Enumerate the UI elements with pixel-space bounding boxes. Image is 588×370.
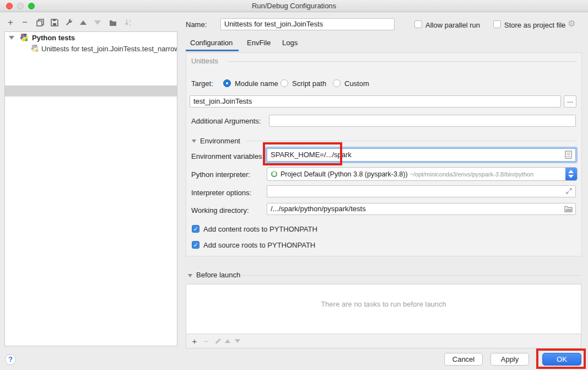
svg-text:z: z xyxy=(129,23,131,26)
before-launch-empty-text: There are no tasks to run before launch xyxy=(186,300,581,308)
target-custom-radio[interactable] xyxy=(333,79,341,87)
target-script-path-radio[interactable] xyxy=(280,79,288,87)
name-input[interactable]: Unittests for test_join.JoinTests xyxy=(220,18,395,30)
browse-folder-icon[interactable] xyxy=(564,206,573,212)
name-label: Name: xyxy=(186,20,207,29)
target-module-name-label[interactable]: Module name xyxy=(235,79,278,88)
active-tab-underline xyxy=(186,50,239,51)
remove-configuration-icon[interactable]: − xyxy=(19,17,31,29)
expand-arrow-icon[interactable] xyxy=(9,36,14,40)
allow-parallel-run-label[interactable]: Allow parallel run xyxy=(425,21,480,29)
run-debug-configurations-dialog: Run/Debug Configurations + − az xyxy=(0,0,588,370)
add-content-roots-label[interactable]: Add content roots to PYTHONPATH xyxy=(203,225,317,233)
annotation-box-ok xyxy=(536,348,586,369)
unittests-group-title: Unittests xyxy=(191,57,218,65)
before-launch-toolbar: + − xyxy=(186,334,581,348)
add-source-roots-label[interactable]: Add source roots to PYTHONPATH xyxy=(203,241,315,249)
environment-collapse-icon[interactable] xyxy=(192,140,196,143)
environment-variables-label: Environment variables: xyxy=(191,152,264,160)
window-title: Run/Debug Configurations xyxy=(0,2,588,10)
working-directory-input[interactable]: /.../spark/python/pyspark/tests xyxy=(267,203,576,215)
move-task-up-icon xyxy=(223,336,233,346)
move-down-icon xyxy=(91,17,104,29)
new-folder-icon[interactable] xyxy=(107,17,119,29)
working-directory-label: Working directory: xyxy=(191,206,249,215)
remove-task-icon: − xyxy=(201,336,211,346)
section-divider xyxy=(241,275,581,276)
browse-target-button[interactable]: ... xyxy=(564,95,576,108)
svg-text:a: a xyxy=(129,19,131,23)
target-label: Target: xyxy=(191,79,213,88)
save-configuration-icon[interactable] xyxy=(48,17,61,29)
edit-task-pencil-icon xyxy=(213,336,223,346)
tree-item-templates[interactable]: Templates xyxy=(5,65,177,76)
python-interpreter-select[interactable]: Project Default (Python 3.8 (pyspark-3.8… xyxy=(267,167,578,181)
group-divider xyxy=(228,61,577,62)
configurations-tree: Python tests Unittests for test_join.Joi… xyxy=(4,31,177,346)
section-divider xyxy=(247,141,577,141)
sort-configurations-icon: az xyxy=(122,17,134,29)
help-button[interactable]: ? xyxy=(5,354,16,365)
interpreter-name: Project Default (Python 3.8 (pyspark-3.8… xyxy=(280,170,408,178)
store-as-project-file-checkbox[interactable] xyxy=(493,20,501,28)
store-options-gear-icon[interactable]: ⚙ xyxy=(568,18,575,29)
tree-item-jointests-selected[interactable]: Unittests for test_join.JoinTests xyxy=(5,54,177,65)
configuration-panel: Unittests Target: Module name Script pat… xyxy=(186,52,582,256)
target-input[interactable]: test_join.JoinTests xyxy=(190,95,561,108)
tree-item-test-narrow[interactable]: Unittests for test_join.JoinTests.test_n… xyxy=(5,44,177,54)
expand-field-icon[interactable] xyxy=(565,187,573,195)
before-launch-section-label[interactable]: Before launch xyxy=(196,271,240,279)
target-module-name-radio[interactable] xyxy=(223,79,231,87)
unittest-config-icon xyxy=(31,44,40,53)
apply-button[interactable]: Apply xyxy=(490,353,529,366)
tab-configuration[interactable]: Configuration xyxy=(190,39,233,47)
tree-item-python-tests[interactable]: Python tests xyxy=(5,33,177,43)
add-content-roots-checkbox[interactable]: ✓ xyxy=(192,225,199,233)
title-bar: Run/Debug Configurations xyxy=(0,0,588,12)
tab-envfile[interactable]: EnvFile xyxy=(247,39,271,47)
python-tests-icon xyxy=(20,33,29,42)
interpreter-options-label: Interpreter options: xyxy=(191,189,251,197)
env-vars-editor-icon[interactable] xyxy=(565,151,572,159)
environment-section-label[interactable]: Environment xyxy=(200,137,240,145)
add-configuration-icon[interactable]: + xyxy=(4,17,17,29)
python-interpreter-label: Python interpreter: xyxy=(191,170,250,179)
copy-configuration-icon[interactable] xyxy=(34,17,46,29)
move-task-down-icon xyxy=(233,336,242,346)
add-source-roots-checkbox[interactable]: ✓ xyxy=(192,241,199,249)
interpreter-path: ~/opt/miniconda3/envs/pyspark-3.8/bin/py… xyxy=(409,171,533,178)
selected-row-highlight xyxy=(5,85,177,96)
tree-item-label: Unittests for test_join.JoinTests.test_n… xyxy=(41,45,177,53)
edit-templates-wrench-icon[interactable] xyxy=(63,17,75,29)
target-custom-label[interactable]: Custom xyxy=(344,79,369,88)
conda-env-icon xyxy=(271,171,277,177)
interpreter-options-input[interactable] xyxy=(267,185,576,197)
annotation-box-env-vars xyxy=(263,142,342,165)
additional-arguments-input[interactable] xyxy=(269,115,576,127)
dropdown-arrows-icon[interactable] xyxy=(565,168,577,180)
store-as-project-file-label[interactable]: Store as project file xyxy=(504,21,565,29)
tab-logs[interactable]: Logs xyxy=(282,39,298,47)
target-script-path-label[interactable]: Script path xyxy=(292,79,326,88)
before-launch-task-list: There are no tasks to run before launch xyxy=(186,284,581,334)
additional-arguments-label: Additional Arguments: xyxy=(191,117,261,125)
allow-parallel-run-checkbox[interactable] xyxy=(414,20,422,28)
move-up-icon[interactable] xyxy=(77,17,89,29)
tree-item-label: Python tests xyxy=(32,34,75,42)
cancel-button[interactable]: Cancel xyxy=(444,353,483,366)
before-launch-collapse-icon[interactable] xyxy=(188,274,192,277)
add-task-icon[interactable]: + xyxy=(190,336,199,346)
